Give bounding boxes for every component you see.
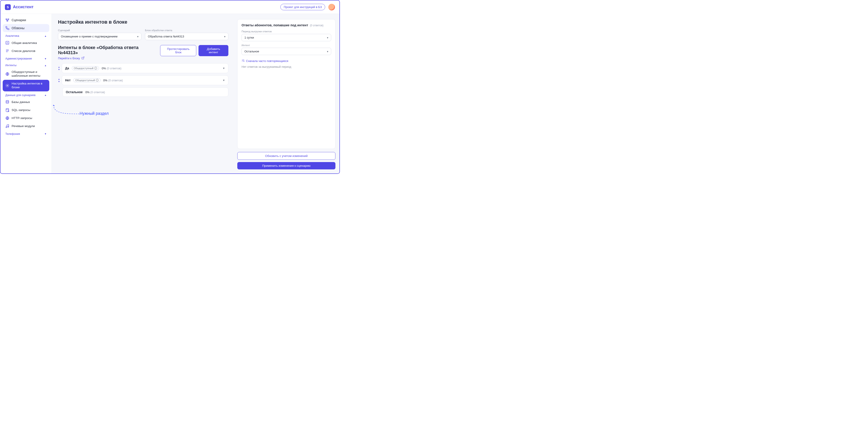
annotation-label: Нужный раздел	[80, 111, 108, 116]
panel-answer-count: (0 ответов)	[310, 24, 323, 27]
svg-point-6	[6, 100, 9, 101]
info-icon: i	[96, 79, 99, 82]
database-icon	[5, 100, 9, 104]
sidebar-item-calls[interactable]: Обзвоны	[3, 24, 49, 32]
sidebar-item-sql-queries[interactable]: SQL-запросы	[3, 106, 49, 114]
period-label: Период выгрузки ответов	[242, 30, 331, 33]
section-title: Данные для сценариев	[5, 94, 35, 97]
intent-row: ▲ ▼ Да Общедоступный i 0% (0 ответов)	[58, 63, 228, 73]
percent: 0%	[85, 91, 90, 94]
sidebar-item-label: Общедоступные и шаблонные интенты	[11, 70, 46, 78]
add-intent-button[interactable]: Добавить интент	[198, 45, 228, 56]
svg-point-10	[6, 127, 7, 128]
public-tag[interactable]: Общедоступный i	[72, 66, 99, 70]
sidebar-section-intents[interactable]: Интенты ▲	[3, 62, 49, 68]
sidebar-item-databases[interactable]: Базы данных	[3, 98, 49, 106]
intent-card-no: Нет Общедоступный i 0% (0 ответов) ▼	[62, 75, 228, 85]
tag-label: Общедоступный	[75, 79, 95, 82]
sidebar: Сценарии Обзвоны Аналитика ▲ Общая анали…	[0, 14, 52, 173]
reorder-handle[interactable]: ▲ ▼	[58, 66, 60, 71]
sort-label: Сначала часто повторяющиеся	[246, 59, 288, 63]
chevron-down-icon: ▼	[137, 35, 139, 38]
sidebar-item-label: Базы данных	[11, 100, 30, 104]
public-tag[interactable]: Общедоступный i	[73, 78, 101, 82]
sidebar-section-scenario-data[interactable]: Данные для сценариев ▲	[3, 91, 49, 98]
sidebar-item-intent-block-settings[interactable]: Настройка интентов в блоке	[3, 80, 49, 91]
intent-stats: 0% (0 ответов)	[102, 67, 121, 70]
sidebar-item-label: SQL-запросы	[11, 108, 30, 112]
intent-name: Да	[65, 66, 69, 70]
intent-row: ▲ ▼ Нет Общедоступный i 0% (0 ответов	[58, 75, 228, 85]
reorder-handle[interactable]: ▲ ▼	[58, 78, 60, 83]
sidebar-section-administration[interactable]: Администрирование ▼	[3, 55, 49, 62]
sort-toggle[interactable]: Сначала часто повторяющиеся	[242, 59, 331, 63]
chevron-down-icon: ▼	[44, 58, 46, 60]
brand[interactable]: S Ассистент	[5, 4, 33, 10]
brand-title: Ассистент	[13, 5, 33, 9]
section-title: Аналитика	[5, 34, 19, 37]
content-area: Настройка интентов в блоке Сценарий Опов…	[52, 14, 339, 173]
flow-icon	[5, 18, 9, 22]
sidebar-item-http-requests[interactable]: HTTP-запросы	[3, 114, 49, 122]
sort-icon	[242, 59, 245, 63]
svg-point-5	[7, 85, 8, 86]
chevron-down-icon: ▼	[327, 36, 329, 39]
answers-panel: Ответы абонентов, попавшие под интент (0…	[237, 19, 335, 149]
http-icon	[5, 116, 9, 120]
intent-stats: 0% (0 ответов)	[103, 79, 123, 82]
expand-intent-button[interactable]: ▼	[223, 79, 225, 82]
block-value: Обработка ответа №44313	[148, 35, 184, 38]
answers-count: (0 ответов)	[90, 91, 105, 94]
svg-rect-2	[7, 21, 8, 22]
block-header: Интенты в блоке «Обработка ответа №44313…	[58, 45, 228, 60]
intent-name: Остальное	[66, 90, 83, 94]
page-title: Настройка интентов в блоке	[58, 19, 228, 25]
dialog-list-icon	[5, 49, 9, 53]
tag-label: Общедоступный	[74, 67, 93, 69]
sidebar-item-label: HTTP-запросы	[11, 116, 32, 120]
sidebar-item-general-analytics[interactable]: Общая аналитика	[3, 39, 49, 47]
project-button[interactable]: Проект для инструкций в БЗ	[280, 4, 325, 10]
sidebar-item-label: Обзвоны	[11, 26, 25, 30]
chevron-up-icon: ▲	[44, 35, 46, 37]
chevron-up-icon: ▲	[44, 64, 46, 67]
test-block-button[interactable]: Протестировать блок	[160, 45, 196, 56]
sidebar-item-dialog-list[interactable]: Список диалогов	[3, 47, 49, 55]
chevron-down-icon: ▼	[58, 81, 60, 83]
go-to-block-label: Перейти к блоку	[58, 57, 80, 60]
sidebar-item-label: Сценарии	[11, 18, 26, 22]
chevron-up-icon: ▲	[44, 94, 46, 96]
chevron-down-icon: ▼	[224, 35, 226, 38]
intent-card-yes: Да Общедоступный i 0% (0 ответов) ▼	[62, 63, 228, 73]
block-select[interactable]: Обработка ответа №44313 ▼	[145, 33, 228, 40]
sidebar-item-public-template-intents[interactable]: Общедоступные и шаблонные интенты	[3, 68, 49, 80]
intent-filter-select[interactable]: Остальное ▼	[242, 48, 331, 55]
sidebar-item-label: Список диалогов	[11, 49, 35, 53]
period-select[interactable]: 1 сутки ▼	[242, 34, 331, 41]
sidebar-section-analytics[interactable]: Аналитика ▲	[3, 32, 49, 39]
external-link-icon	[82, 56, 85, 60]
intent-name: Нет	[65, 78, 71, 82]
percent: 0%	[102, 67, 106, 70]
sidebar-item-scenarios[interactable]: Сценарии	[3, 16, 49, 24]
sql-icon	[5, 108, 9, 112]
expand-intent-button[interactable]: ▼	[223, 67, 225, 69]
brand-logo-icon: S	[5, 4, 11, 10]
sidebar-item-label: Речевые модули	[11, 124, 35, 128]
sidebar-section-telephony[interactable]: Телефония ▼	[3, 130, 49, 137]
avatar[interactable]	[328, 4, 335, 10]
empty-message: Нет ответов за выгружаемый период	[242, 65, 331, 68]
scenario-label: Сценарий	[58, 29, 142, 32]
brain-gear-icon	[5, 84, 9, 88]
apply-to-scenario-button[interactable]: Применить изменения к сценарию	[237, 162, 335, 169]
topbar: S Ассистент Проект для инструкций в БЗ	[0, 0, 339, 14]
sidebar-item-speech-modules[interactable]: Речевые модули	[3, 122, 49, 130]
scenario-select[interactable]: Оповещение о приеме с подтверждением ▼	[58, 33, 142, 40]
main-column: Настройка интентов в блоке Сценарий Опов…	[52, 14, 235, 173]
sidebar-item-label: Настройка интентов в блоке	[11, 82, 46, 89]
info-icon: i	[94, 67, 97, 69]
go-to-block-link[interactable]: Перейти к блоку	[58, 56, 85, 60]
refresh-button[interactable]: Обновить с учетом изменений	[237, 152, 335, 160]
chevron-down-icon: ▼	[327, 50, 329, 53]
percent: 0%	[103, 79, 107, 82]
